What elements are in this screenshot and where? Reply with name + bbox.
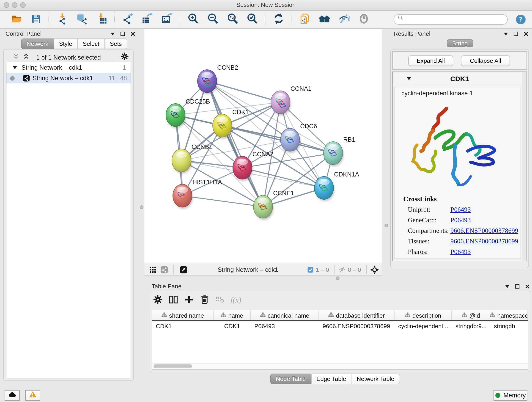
table-settings-gear-icon[interactable] [153,294,163,306]
table-horizontal-scrollbar[interactable] [152,363,528,369]
open-session-button[interactable] [6,11,26,28]
export-table-button[interactable] [138,11,157,28]
network-node-RB1[interactable]: RB1 [323,136,355,166]
column-header-shared-name[interactable]: shared name [152,310,214,320]
hide-selected-button[interactable] [334,11,354,28]
tab-node-table[interactable]: Node Table [270,374,311,384]
tab-select[interactable]: Select [77,38,105,49]
refresh-view-button[interactable] [268,11,288,28]
table-header-row: shared namenamecanonical namedatabase id… [152,310,528,321]
expand-all-button[interactable]: Expand All [408,56,453,66]
panel-float-icon[interactable] [120,31,126,37]
network-tree-child-row[interactable]: String Network – cdk1 11 48 [6,73,131,83]
network-node-CDKN1A[interactable]: CDKN1A [314,171,359,201]
panel-close-icon[interactable] [525,284,530,289]
import-table-file-button[interactable] [92,11,111,28]
show-columns-icon[interactable] [169,294,178,306]
import-network-file-button[interactable] [52,11,72,28]
zoom-out-button[interactable] [203,11,223,28]
search-box[interactable] [394,14,508,25]
pan-crosshair-icon[interactable] [370,265,379,274]
tab-sets[interactable]: Sets [104,38,127,49]
show-all-icon [358,13,370,26]
export-network-button[interactable] [118,11,138,28]
crosslink-link[interactable]: P06493 [450,216,471,224]
export-image-button[interactable] [157,11,177,28]
section-expander-icon[interactable] [406,76,412,81]
network-node-label: HIST1H1A [192,179,222,186]
network-node-HIST1H1A[interactable]: HIST1H1A [173,179,222,209]
crosslink-link[interactable]: P06493 [450,248,471,256]
scrollbar-thumb[interactable] [153,364,192,368]
results-panel-title: Results Panel [394,30,430,37]
panel-collapse-icon[interactable] [110,31,115,37]
selected-checkbox-icon[interactable] [307,266,314,273]
column-header-database-identifier[interactable]: database identifier [319,310,394,320]
toolbar-separator [114,12,115,27]
crosslink-link[interactable]: P06493 [450,206,471,214]
tab-network[interactable]: Network [21,38,54,49]
first-neighbors-icon [318,13,330,26]
help-button[interactable]: ? [516,15,526,24]
tab-network-table[interactable]: Network Table [351,374,400,384]
protein-section-header[interactable]: CDK1 [393,72,526,85]
zoom-out-icon [207,13,219,26]
show-all-button[interactable] [354,11,374,28]
open-session-icon [10,13,22,26]
tab-string[interactable]: String [447,39,473,47]
panel-collapse-icon[interactable] [505,284,510,289]
zoom-fit-button[interactable] [223,11,242,28]
warnings-button[interactable] [25,390,40,401]
zoom-selected-button[interactable] [242,11,262,28]
crosslink-link[interactable]: 9606.ENSP00000378699 [450,237,518,245]
refresh-view-icon [272,13,284,26]
network-tree-root-row[interactable]: String Network – cdk1 1 [6,62,131,73]
birdseye-view-icon[interactable] [177,264,189,274]
save-session-button[interactable] [26,11,46,28]
panel-float-icon[interactable] [513,31,519,37]
hidden-eye-icon[interactable] [338,266,346,274]
cloud-status-button[interactable] [5,390,20,401]
zoom-in-button[interactable] [183,11,203,28]
first-neighbors-button[interactable] [314,11,334,28]
application-window: Session: New Session ? Control Panel Net… [0,0,532,402]
panel-collapse-icon[interactable] [503,31,509,37]
search-input[interactable] [408,16,504,23]
column-header-namespace[interactable]: namespace [490,310,528,320]
network-view-title: String Network – cdk1 [218,266,278,273]
results-scrollbar[interactable] [522,72,526,261]
table-row[interactable]: CDK1CDK1P064939606.ENSP00000378699cyclin… [152,321,528,331]
tab-edge-table[interactable]: Edge Table [311,374,352,384]
crosslink-label: Compartments: [408,227,450,235]
network-canvas[interactable]: CCNB2CCNA1CDC25BCDK1CDC6RB1CCNB1CCNA2CDK… [144,29,382,264]
column-header-canonical-name[interactable]: canonical name [251,310,319,320]
panel-close-icon[interactable] [130,31,136,37]
network-node-label: CDC25B [186,98,210,105]
left-splitter-handle[interactable] [140,205,143,209]
network-node-CCNE1[interactable]: CCNE1 [253,190,294,220]
grid-view-icon[interactable] [147,264,158,274]
memory-button[interactable]: Memory [494,390,527,401]
tree-expander-icon[interactable] [12,65,17,70]
network-node-CCNB2[interactable]: CCNB2 [197,64,238,95]
tab-style[interactable]: Style [53,38,78,49]
import-network-database-button[interactable] [72,11,92,28]
column-header-@id[interactable]: @id [452,310,490,320]
edge-count: 48 [120,75,127,82]
panel-float-icon[interactable] [515,284,520,289]
create-column-icon[interactable] [184,294,194,306]
delete-column-icon[interactable] [200,294,209,306]
network-node-CDC6[interactable]: CDC6 [280,123,317,153]
column-header-name[interactable]: name [214,310,251,320]
network-node-CCNA1[interactable]: CCNA1 [271,85,312,115]
network-options-gear-icon[interactable] [120,52,129,62]
collapse-all-button[interactable]: Collapse All [461,56,510,66]
panel-close-icon[interactable] [523,31,529,37]
column-header-description[interactable]: description [394,310,452,320]
right-splitter-handle[interactable] [385,224,388,227]
crosslink-link[interactable]: 9606.ENSP00000378699 [450,227,518,235]
network-share-icon[interactable] [158,264,170,274]
hierarchy-icon [405,312,411,319]
horizontal-splitter-handle[interactable] [336,276,340,280]
new-network-from-selection-button[interactable] [295,11,314,28]
